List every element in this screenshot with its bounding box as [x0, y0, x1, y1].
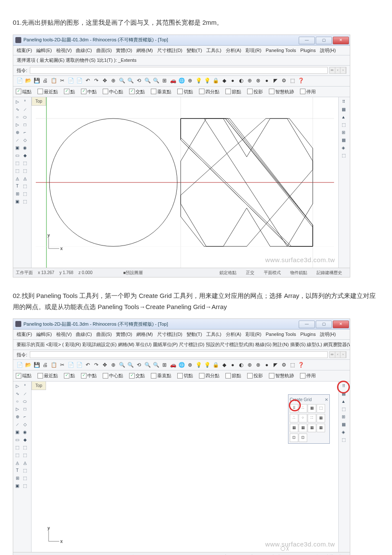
toolbar-button[interactable]: 🔍: [152, 77, 160, 85]
toolbar-button[interactable]: 🔍: [127, 361, 134, 369]
osnap-option[interactable]: 節點: [225, 88, 241, 96]
osnap-option[interactable]: 切點: [177, 88, 193, 96]
toolbar-button[interactable]: 🌐: [178, 77, 185, 85]
toolbar-button[interactable]: 📄: [16, 77, 23, 85]
sidebar-tool[interactable]: ▷: [14, 382, 21, 390]
main-toolbar[interactable]: 📄📂💾🖨📋✂📄📄↶↷✥⊕🔍🔍⟲🔍🔍⊞🚗🌐⊕💡💡🔒◆●◐⊕⊗●◤⚙⬚❓: [13, 76, 350, 87]
toolbar-button[interactable]: 📄: [16, 361, 23, 369]
osnap-option[interactable]: 端點: [16, 88, 32, 96]
menu-item[interactable]: 說明(H): [320, 48, 336, 53]
toolbar-button[interactable]: ❓: [297, 77, 305, 85]
menu-item[interactable]: 變動(T): [187, 48, 202, 53]
osnap-option[interactable]: 切點: [177, 372, 193, 380]
sidebar-tool[interactable]: ⟋: [21, 390, 29, 397]
toolbar-button[interactable]: ↷: [92, 361, 100, 369]
toolbar-button[interactable]: 🌐: [178, 361, 185, 369]
sidebar-tool[interactable]: ◉: [21, 144, 29, 151]
toolbar-button[interactable]: ⟲: [135, 77, 143, 85]
status-toggle[interactable]: 鎖定格點: [219, 269, 236, 276]
osnap-option[interactable]: 智慧軌跡: [269, 88, 294, 96]
osnap-option[interactable]: 智慧軌跡: [269, 372, 294, 380]
sidebar-tool[interactable]: ◇: [21, 136, 29, 144]
left-toolbar[interactable]: ▷°∿⟋○⬭▷□⊕⌐⟋◇▣◉▭◆⬚⬚⬚⬚◬◬T⬚⊞⬚▣⬚: [13, 382, 32, 552]
sidebar-tool[interactable]: ▣: [14, 144, 21, 151]
menu-item[interactable]: 檔案(F): [17, 48, 32, 53]
toolbar-button[interactable]: ◆: [220, 77, 228, 85]
menu-item[interactable]: 網格(M): [136, 48, 153, 53]
toolbar-button[interactable]: ✂: [58, 77, 66, 85]
sidebar-tool[interactable]: ⬚: [21, 474, 29, 482]
menu-item[interactable]: 實體(O): [116, 48, 132, 53]
menu-item[interactable]: 檢視(V): [56, 332, 72, 337]
osnap-option[interactable]: 停用: [300, 88, 316, 96]
sidebar-tool[interactable]: ⌐: [21, 129, 29, 136]
osnap-option[interactable]: 中點: [81, 88, 97, 96]
menu-item[interactable]: 曲線(C): [76, 48, 92, 53]
toolbar-button[interactable]: ⊕: [110, 361, 117, 369]
panel-tab[interactable]: ⬚: [339, 121, 348, 128]
sidebar-tool[interactable]: ▭: [14, 436, 21, 443]
sidebar-tool[interactable]: ▷: [14, 98, 21, 105]
minimize-button[interactable]: —: [299, 37, 315, 44]
menu-item[interactable]: 彩現(R): [245, 48, 261, 53]
command-input[interactable]: [30, 351, 328, 358]
toolbar-button[interactable]: 📄: [75, 77, 83, 85]
status-toggle[interactable]: 鎖定格點: [219, 553, 236, 555]
toolbar-button[interactable]: ↶: [84, 77, 92, 85]
toolbar-button[interactable]: 📂: [24, 361, 32, 369]
grid-tool[interactable]: ⊡: [290, 434, 298, 442]
toolbar-button[interactable]: 💾: [33, 77, 40, 85]
sidebar-tool[interactable]: T: [14, 467, 21, 474]
menu-item[interactable]: 工具(L): [206, 48, 221, 53]
grid-tool[interactable]: ⁘: [299, 414, 307, 422]
sidebar-tool[interactable]: ⬚: [21, 167, 29, 174]
minimize-button[interactable]: —: [299, 321, 315, 328]
toolbar-button[interactable]: 📋: [50, 361, 58, 369]
panel-tab[interactable]: ▦: [339, 106, 348, 113]
sidebar-tool[interactable]: ▣: [14, 428, 21, 436]
sidebar-tool[interactable]: ◆: [21, 436, 29, 443]
sidebar-tool[interactable]: ○: [14, 398, 21, 405]
toolbar-button[interactable]: ◆: [220, 361, 228, 369]
sidebar-tool[interactable]: ⊕: [14, 413, 21, 420]
close-button[interactable]: ✕: [333, 37, 349, 44]
maximize-button[interactable]: ▢: [316, 321, 332, 328]
osnap-option[interactable]: 中心點: [103, 88, 123, 96]
toolbar-button[interactable]: ◤: [271, 77, 279, 85]
sidebar-tool[interactable]: ⬚: [21, 159, 29, 167]
sidebar-tool[interactable]: ◬: [21, 175, 29, 182]
sidebar-tool[interactable]: ⬚: [21, 198, 29, 205]
toolbar-button[interactable]: ❓: [297, 361, 305, 369]
sidebar-tool[interactable]: ⟋: [21, 106, 29, 113]
close-button[interactable]: ✕: [333, 321, 349, 328]
menu-item[interactable]: 編輯(E): [36, 48, 52, 53]
sidebar-tool[interactable]: ⬚: [21, 190, 29, 197]
sidebar-tool[interactable]: ▣: [14, 482, 21, 489]
toolbar-button[interactable]: ⚙: [280, 77, 288, 85]
menu-item[interactable]: 工具(L): [206, 332, 221, 337]
toolbar-button[interactable]: ✂: [58, 361, 66, 369]
sidebar-tool[interactable]: ◬: [21, 459, 29, 466]
status-toggle[interactable]: 物件鎖點: [290, 269, 307, 276]
toolbar-button[interactable]: 📋: [50, 77, 58, 85]
osnap-option[interactable]: 中心點: [103, 372, 123, 380]
grid-tool[interactable]: ⊡: [299, 434, 307, 442]
panel-close-icon[interactable]: ✕: [325, 396, 328, 403]
panel-tab[interactable]: ⊞: [339, 413, 348, 420]
sidebar-tool[interactable]: ▷: [14, 405, 21, 413]
toolbar-button[interactable]: ⊞: [161, 77, 168, 85]
sidebar-tool[interactable]: ⬚: [21, 467, 29, 474]
menu-item[interactable]: Plugins: [300, 332, 316, 337]
viewport[interactable]: Top x y Create Grid✕ ⠿∴▦⬚∴⁘∷▦▦▦▦▦⊡⊡ www.…: [32, 382, 338, 552]
panel-tab[interactable]: ▲: [339, 398, 348, 405]
toolbar-button[interactable]: ●: [263, 361, 271, 369]
grid-tool[interactable]: ∷: [308, 414, 316, 422]
toolbar-button[interactable]: 🚗: [169, 77, 177, 85]
sidebar-tool[interactable]: ◬: [14, 175, 21, 182]
sidebar-tool[interactable]: ⟋: [14, 421, 21, 428]
menu-item[interactable]: 網格(M): [136, 332, 153, 337]
sidebar-tool[interactable]: ⬚: [14, 167, 21, 174]
menu-bar[interactable]: 檔案(F)編輯(E)檢視(V)曲線(C)曲面(S)實體(O)網格(M)尺寸標註(…: [13, 330, 350, 340]
panel-tab[interactable]: ▦: [339, 421, 348, 428]
menu-item[interactable]: 曲面(S): [96, 332, 112, 337]
